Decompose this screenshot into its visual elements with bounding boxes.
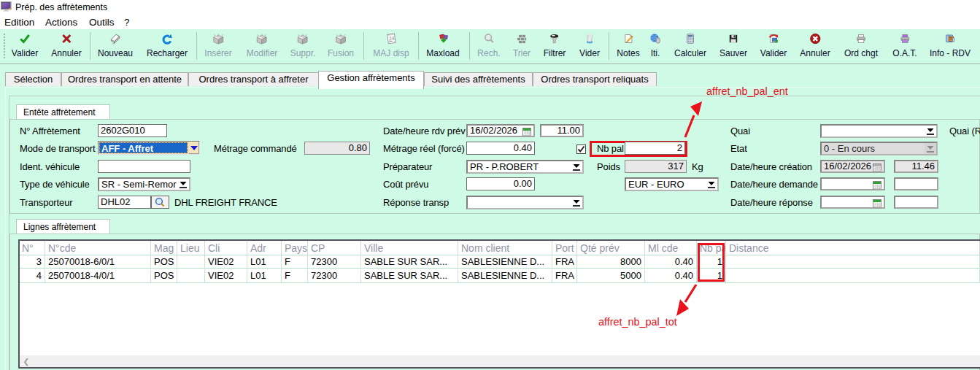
svg-text:24: 24 — [388, 35, 395, 41]
